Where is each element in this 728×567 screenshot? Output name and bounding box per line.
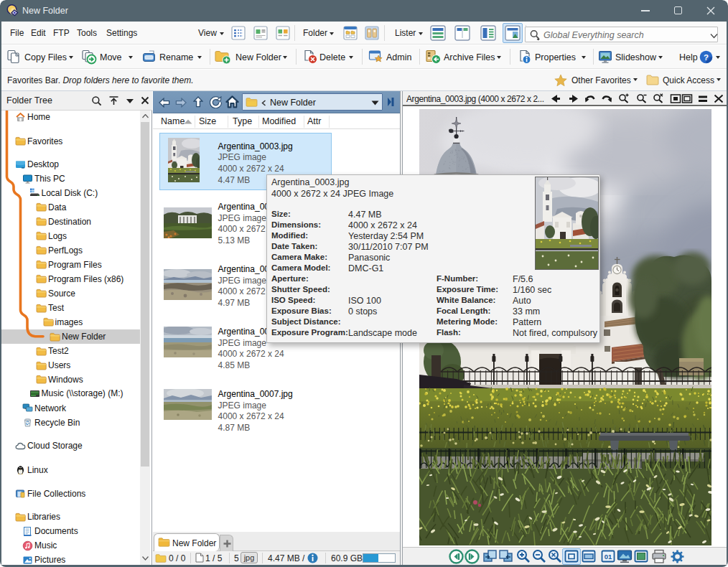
svg-text:?: ? [704,53,709,62]
svg-text:01: 01 [605,553,612,561]
